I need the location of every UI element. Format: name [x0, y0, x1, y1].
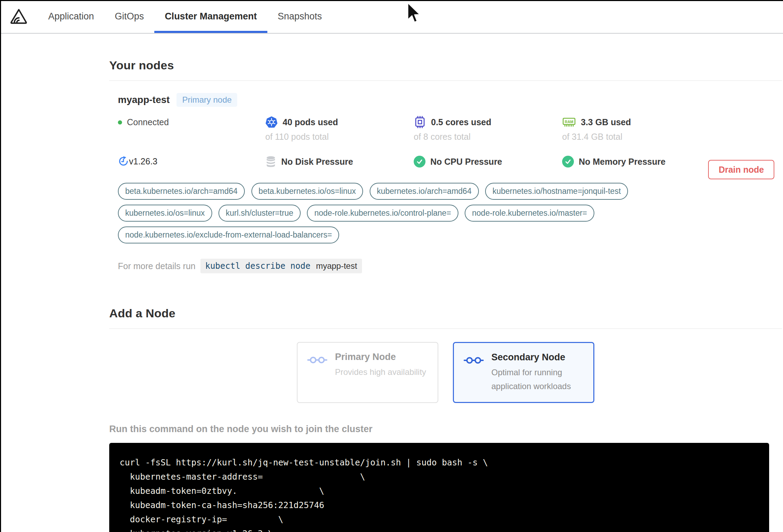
primary-node-option-title: Primary Node [335, 352, 427, 362]
node-label-pill: node.kubernetes.io/exclude-from-external… [118, 226, 339, 243]
join-command-terminal: curl -fsSL https://kurl.sh/jq-new-test-u… [109, 443, 769, 532]
cores-used-value: 0.5 cores used [431, 117, 491, 127]
disk-icon [265, 156, 276, 168]
node-type-options: Primary Node Provides high availability [109, 342, 782, 403]
window-edge-left [0, 0, 1, 532]
node-stats-grid: Connected [118, 116, 782, 168]
node-label-pill: kubernetes.io/arch=amd64 [370, 183, 479, 200]
cpu-pressure-label: No CPU Pressure [430, 157, 502, 167]
main-content: Your nodes myapp-test Primary node Conne… [109, 34, 782, 532]
node-link-icon [307, 355, 327, 366]
cpu-icon [414, 116, 426, 128]
node-label-pill: node-role.kubernetes.io/master= [465, 205, 594, 222]
version-label: v1.26.3 [129, 156, 157, 166]
node-card-section: myapp-test Primary node Connected [109, 81, 782, 273]
node-link-icon [464, 355, 484, 367]
kubectl-command-text: kubectl describe node [205, 261, 310, 271]
node-label-pill: kubernetes.io/hostname=jonquil-test [485, 183, 628, 200]
connected-label: Connected [127, 117, 169, 127]
cores-total: of 8 cores total [414, 132, 562, 142]
node-name: myapp-test [118, 94, 170, 105]
node-label-pill: beta.kubernetes.io/arch=amd64 [118, 183, 245, 200]
top-navbar: Application GitOps Cluster Management Sn… [0, 0, 783, 34]
memory-stat: RAM 3.3 GB used of 31.4 GB total [562, 116, 782, 142]
kubectl-describe-chip: kubectl describe node myapp-test [200, 259, 362, 273]
version-icon [118, 156, 129, 167]
memory-used-value: 3.3 GB used [581, 117, 631, 127]
tab-snapshots[interactable]: Snapshots [267, 0, 333, 33]
window-edge-top [0, 0, 783, 1]
primary-node-option-description: Provides high availability [335, 365, 427, 379]
nav-tabs: Application GitOps Cluster Management Sn… [38, 0, 332, 33]
join-command-instruction: Run this command on the node you wish to… [109, 424, 782, 435]
memory-total: of 31.4 GB total [562, 132, 782, 142]
connected-dot-icon [118, 120, 122, 125]
pods-stat: 40 pods used of 110 pods total [265, 116, 414, 142]
node-label-pill: kubernetes.io/os=linux [118, 205, 212, 222]
drain-node-button[interactable]: Drain node [708, 160, 774, 179]
add-node-title: Add a Node [109, 307, 782, 320]
kurl-logo-svg [9, 7, 28, 26]
disk-pressure-label: No Disk Pressure [281, 157, 353, 167]
your-nodes-title: Your nodes [109, 59, 782, 72]
svg-text:RAM: RAM [565, 120, 573, 124]
secondary-node-option-title: Secondary Node [491, 352, 583, 363]
node-labels: beta.kubernetes.io/arch=amd64 beta.kuber… [118, 183, 782, 243]
disk-pressure-condition: No Disk Pressure [265, 156, 414, 168]
tab-gitops[interactable]: GitOps [104, 0, 154, 33]
check-icon [562, 156, 574, 168]
tab-application[interactable]: Application [38, 0, 104, 33]
section-divider [109, 328, 782, 329]
node-label-pill: kurl.sh/cluster=true [218, 205, 301, 222]
primary-node-badge: Primary node [177, 93, 237, 107]
details-hint-text: For more details run [118, 261, 196, 271]
node-label-pill: node-role.kubernetes.io/control-plane= [307, 205, 458, 222]
pods-used-value: 40 pods used [283, 117, 338, 127]
kubectl-command-node-name: myapp-test [316, 261, 357, 271]
pods-total: of 110 pods total [265, 132, 414, 142]
check-icon [414, 156, 425, 168]
cpu-pressure-condition: No CPU Pressure [414, 156, 562, 168]
memory-pressure-label: No Memory Pressure [579, 157, 665, 167]
kubernetes-icon [265, 116, 278, 128]
node-version: v1.26.3 [118, 156, 265, 168]
secondary-node-option[interactable]: Secondary Node Optimal for running appli… [453, 342, 594, 403]
kurl-logo-icon[interactable] [9, 0, 28, 33]
secondary-node-option-description: Optimal for running application workload… [491, 366, 583, 393]
ram-icon: RAM [562, 116, 576, 128]
cores-stat: 0.5 cores used of 8 cores total [414, 116, 562, 142]
node-label-pill: beta.kubernetes.io/os=linux [251, 183, 363, 200]
tab-cluster-management[interactable]: Cluster Management [154, 0, 267, 33]
primary-node-option[interactable]: Primary Node Provides high availability [297, 342, 438, 403]
node-status: Connected [118, 116, 265, 142]
